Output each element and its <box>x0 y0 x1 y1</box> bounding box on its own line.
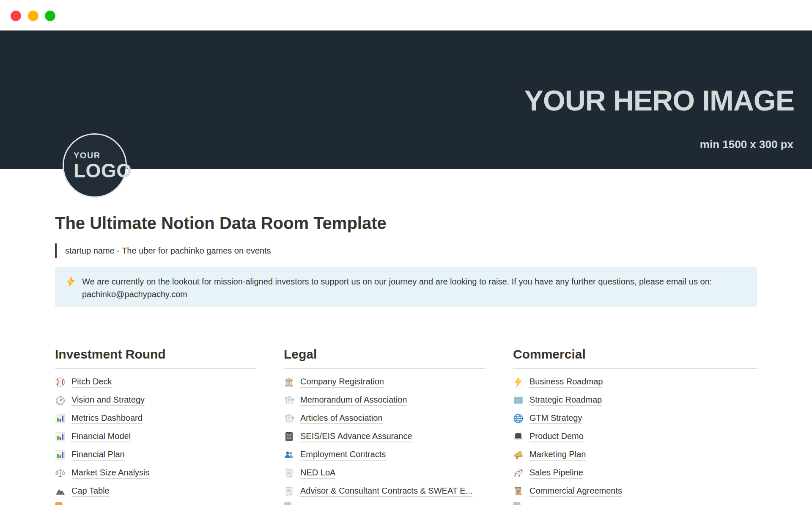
callout-text-line2: pachinko@pachypachy.com <box>82 288 712 301</box>
list-item[interactable]: NED LoA <box>284 464 485 482</box>
page-link[interactable]: Financial Plan <box>71 450 125 461</box>
page-link-list: Company RegistrationMemorandum of Associ… <box>284 373 485 505</box>
hero-headline: YOUR HERO IMAGE <box>524 84 794 117</box>
list-item[interactable]: Sales Pipeline <box>513 464 757 482</box>
investor-callout: We are currently on the lookout for miss… <box>55 267 757 307</box>
column-heading-legal: Legal <box>284 347 485 362</box>
callout-text: We are currently on the lookout for miss… <box>82 275 712 301</box>
compass-icon <box>55 395 66 406</box>
megaphone-icon <box>513 450 524 460</box>
logo-line1: YOUR <box>74 151 126 160</box>
list-item[interactable]: Marketing Plan <box>513 446 757 464</box>
minimize-window-button[interactable] <box>28 11 38 21</box>
divider <box>513 368 757 369</box>
list-item[interactable]: Financial Model <box>55 428 256 446</box>
list-item[interactable]: Advisor & Consultant Contracts & SWEAT E… <box>284 482 485 500</box>
list-item[interactable]: Strategic Roadmap <box>513 391 757 409</box>
page-link[interactable]: Strategic Roadmap <box>529 395 602 406</box>
column-legal: LegalCompany RegistrationMemorandum of A… <box>284 347 485 505</box>
scroll-icon <box>513 486 524 497</box>
list-item[interactable]: Employment Contracts <box>284 446 485 464</box>
page-with-curl-icon <box>284 468 294 478</box>
bookmark-tabs-icon <box>284 413 294 424</box>
list-item[interactable]: Pitch Deck <box>55 373 256 391</box>
column-heading-commercial: Commercial <box>513 347 757 362</box>
zoom-window-button[interactable] <box>45 11 55 21</box>
link-columns: Investment RoundPitch DeckVision and Str… <box>55 347 757 505</box>
column-heading-investment-round: Investment Round <box>55 347 256 362</box>
snow-capped-mountain-icon <box>55 486 66 497</box>
divider <box>55 368 256 369</box>
page-link[interactable]: Sales Pipeline <box>529 468 583 479</box>
page-link[interactable]: Memorandum of Association <box>300 395 407 406</box>
logo-line2: LOGO <box>74 161 126 180</box>
page-link[interactable]: Metrics Dashboard <box>71 413 143 424</box>
page-link[interactable]: Commercial Agreements <box>529 486 622 497</box>
page-link[interactable]: Market Size Analysis <box>71 468 150 479</box>
list-item[interactable]: SEIS/EIS Advance Assurance <box>284 428 485 446</box>
page-link[interactable]: Cap Table <box>71 486 110 497</box>
divider <box>284 368 485 369</box>
list-item[interactable]: GTM Strategy <box>513 409 757 428</box>
page-link[interactable]: Advisor & Consultant Contracts & SWEAT E… <box>300 486 472 497</box>
bar-chart-icon <box>55 431 66 442</box>
page-link[interactable]: SEIS/EIS Advance Assurance <box>300 431 412 442</box>
logo-badge: YOUR LOGO <box>63 133 127 198</box>
page-link[interactable]: Business Roadmap <box>529 377 603 388</box>
page-link[interactable]: Vision and Strategy <box>71 395 145 406</box>
bookmark-tabs-icon <box>284 395 294 406</box>
quote-block: startup name - The uber for pachinko gam… <box>55 243 757 258</box>
page-title: The Ultimate Notion Data Room Template <box>55 213 757 233</box>
page-link[interactable]: Articles of Association <box>300 413 383 424</box>
list-item[interactable]: Financial Plan <box>55 446 256 464</box>
page-link[interactable]: GTM Strategy <box>529 413 582 424</box>
page-link[interactable]: Company Registration <box>300 377 384 388</box>
rocket-icon <box>513 468 524 478</box>
high-voltage-icon <box>66 276 76 287</box>
list-item[interactable]: Company Registration <box>284 373 485 391</box>
column-commercial: CommercialBusiness RoadmapStrategic Road… <box>513 347 757 505</box>
list-item[interactable]: Metrics Dashboard <box>55 409 256 428</box>
list-item[interactable]: Cap Table <box>55 482 256 500</box>
file-cabinet-icon <box>284 431 294 442</box>
busts-in-silhouette-icon <box>284 450 294 460</box>
world-map-icon <box>513 395 524 406</box>
bar-chart-icon <box>55 413 66 424</box>
list-item[interactable]: Memorandum of Association <box>284 391 485 409</box>
partial-page-icon <box>55 502 63 505</box>
column-investment-round: Investment RoundPitch DeckVision and Str… <box>55 347 256 505</box>
list-item[interactable]: Business Roadmap <box>513 373 757 391</box>
list-item[interactable]: Market Size Analysis <box>55 464 256 482</box>
hero-size-hint: min 1500 x 300 px <box>700 138 793 151</box>
close-window-button[interactable] <box>11 11 21 21</box>
baseball-icon <box>55 377 66 387</box>
classical-building-icon <box>284 377 294 387</box>
callout-text-line1: We are currently on the lookout for miss… <box>82 275 712 288</box>
bar-chart-icon <box>55 450 66 460</box>
page-link[interactable]: Employment Contracts <box>300 450 386 461</box>
page-with-curl-icon <box>284 486 294 497</box>
high-voltage-icon <box>513 377 524 387</box>
list-item[interactable]: Vision and Strategy <box>55 391 256 409</box>
partial-page-icon <box>284 502 291 505</box>
list-item[interactable]: Articles of Association <box>284 409 485 428</box>
page-link[interactable]: Product Demo <box>529 431 584 442</box>
balance-scale-icon <box>55 468 66 478</box>
partial-page-icon <box>513 502 521 505</box>
laptop-icon <box>513 431 524 442</box>
list-item[interactable]: Commercial Agreements <box>513 482 757 500</box>
page-content: The Ultimate Notion Data Room Template s… <box>0 213 812 505</box>
window-titlebar <box>0 0 812 30</box>
page-link[interactable]: Marketing Plan <box>529 450 586 461</box>
page-link[interactable]: Financial Model <box>71 431 131 442</box>
page-link[interactable]: NED LoA <box>300 468 335 479</box>
page-link-list: Pitch DeckVision and StrategyMetrics Das… <box>55 373 256 505</box>
globe-with-meridians-icon <box>513 413 524 424</box>
page-link-list: Business RoadmapStrategic RoadmapGTM Str… <box>513 373 757 505</box>
list-item[interactable]: Product Demo <box>513 428 757 446</box>
page-link[interactable]: Pitch Deck <box>71 377 112 388</box>
